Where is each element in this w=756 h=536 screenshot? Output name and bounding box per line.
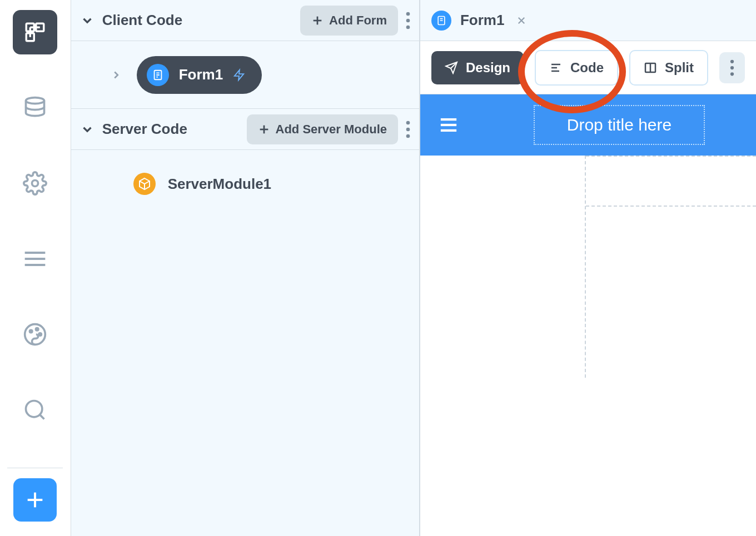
tab-close-icon[interactable]	[516, 16, 526, 26]
editor-panel: Form1 Design Code Split	[420, 0, 756, 536]
code-view-button[interactable]: Code	[535, 50, 618, 86]
form-file-icon	[147, 64, 169, 86]
nav-rail	[0, 0, 71, 536]
nav-database-icon[interactable]	[13, 86, 57, 130]
client-code-more-icon[interactable]	[406, 11, 410, 30]
nav-menu-icon[interactable]	[13, 237, 57, 281]
form-row[interactable]: Form1	[71, 41, 419, 109]
canvas-header-bar[interactable]: Drop title here	[420, 94, 756, 156]
nav-search-icon[interactable]	[13, 388, 57, 432]
svg-point-4	[32, 181, 38, 187]
client-code-header: Client Code Add Form	[71, 0, 419, 41]
hamburger-icon[interactable]	[439, 117, 458, 133]
server-module-row[interactable]: ServerModule1	[71, 150, 419, 218]
svg-point-36	[730, 59, 734, 63]
server-code-title: Server Code	[102, 121, 187, 138]
title-drop-zone[interactable]: Drop title here	[534, 105, 705, 145]
svg-point-11	[39, 333, 41, 335]
split-view-button[interactable]: Split	[629, 50, 708, 86]
svg-point-38	[730, 72, 734, 76]
svg-point-20	[406, 25, 410, 29]
guide-line-horizontal	[586, 156, 756, 157]
guide-line-vertical	[585, 156, 586, 378]
form-name-label: Form1	[179, 66, 223, 83]
lightning-icon	[233, 68, 245, 82]
svg-point-19	[406, 18, 410, 22]
module-package-icon	[133, 173, 156, 195]
client-code-title: Client Code	[102, 12, 182, 29]
chevron-down-icon[interactable]	[80, 122, 94, 137]
svg-point-25	[406, 121, 410, 124]
nav-add-button[interactable]	[13, 478, 57, 522]
nav-theme-icon[interactable]	[13, 312, 57, 357]
server-module-label: ServerModule1	[168, 176, 271, 193]
svg-point-9	[30, 330, 32, 332]
chevron-down-icon[interactable]	[80, 13, 94, 28]
design-view-label: Design	[466, 60, 510, 76]
title-drop-label: Drop title here	[567, 116, 672, 134]
svg-point-37	[730, 66, 734, 69]
add-server-module-button[interactable]: Add Server Module	[247, 114, 398, 144]
add-form-button[interactable]: Add Form	[300, 6, 398, 36]
view-toggle-bar: Design Code Split	[420, 41, 756, 94]
view-more-icon[interactable]	[719, 52, 745, 83]
server-code-more-icon[interactable]	[406, 120, 410, 139]
add-server-module-label: Add Server Module	[276, 122, 387, 137]
svg-point-10	[36, 328, 38, 330]
design-view-button[interactable]: Design	[431, 51, 524, 84]
svg-point-3	[26, 98, 44, 104]
guide-line-horizontal	[586, 206, 756, 207]
svg-marker-22	[235, 69, 244, 79]
project-panel: Client Code Add Form Form1	[71, 0, 420, 536]
add-form-label: Add Form	[329, 13, 387, 28]
svg-line-13	[40, 415, 44, 419]
svg-point-27	[406, 134, 410, 138]
svg-point-18	[406, 12, 410, 16]
form-pill[interactable]: Form1	[137, 56, 262, 94]
split-view-label: Split	[665, 60, 694, 76]
rail-divider	[7, 468, 63, 468]
svg-point-26	[406, 127, 410, 131]
server-code-header: Server Code Add Server Module	[71, 109, 419, 150]
nav-settings-icon[interactable]	[13, 161, 57, 206]
editor-tab-bar: Form1	[420, 0, 756, 41]
tab-title[interactable]: Form1	[460, 12, 504, 29]
nav-app-icon[interactable]	[13, 10, 57, 54]
design-canvas[interactable]: Drop title here	[420, 94, 756, 536]
chevron-right-icon[interactable]	[110, 69, 122, 81]
code-view-label: Code	[570, 60, 604, 76]
tab-file-icon	[431, 11, 451, 31]
svg-point-12	[26, 401, 42, 417]
